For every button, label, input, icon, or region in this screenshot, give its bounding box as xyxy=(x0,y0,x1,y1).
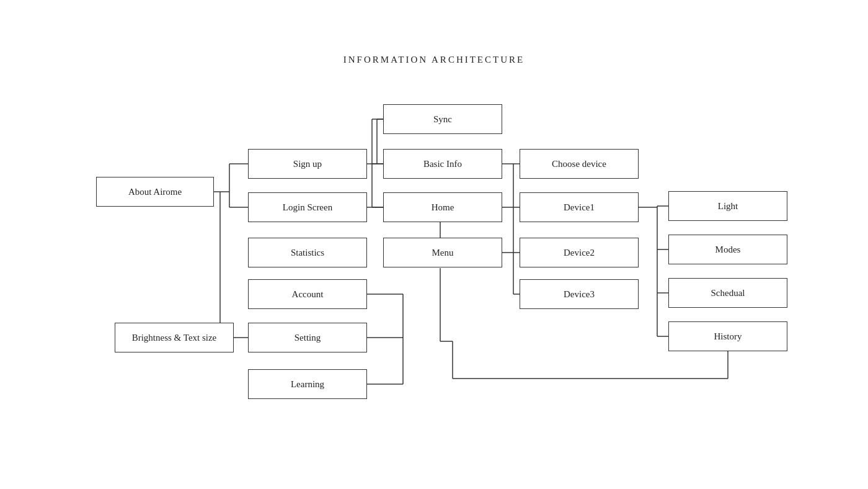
node-brightness: Brightness & Text size xyxy=(115,323,234,352)
node-setting: Setting xyxy=(248,323,367,352)
node-home: Home xyxy=(383,192,502,222)
node-menu: Menu xyxy=(383,238,502,267)
node-learning: Learning xyxy=(248,369,367,399)
node-statistics: Statistics xyxy=(248,238,367,267)
node-device3: Device3 xyxy=(520,279,639,309)
page-title: INFORMATION ARCHITECTURE xyxy=(0,55,868,65)
node-account: Account xyxy=(248,279,367,309)
node-sign-up: Sign up xyxy=(248,149,367,179)
node-history: History xyxy=(668,321,787,351)
node-schedual: Schedual xyxy=(668,278,787,308)
node-device1: Device1 xyxy=(520,192,639,222)
node-device2: Device2 xyxy=(520,238,639,267)
node-login-screen: Login Screen xyxy=(248,192,367,222)
node-about-airome: About Airome xyxy=(96,177,214,207)
node-modes: Modes xyxy=(668,235,787,264)
diagram-container: INFORMATION ARCHITECTURE xyxy=(0,0,868,489)
node-basic-info: Basic Info xyxy=(383,149,502,179)
node-sync: Sync xyxy=(383,104,502,134)
node-choose-device: Choose device xyxy=(520,149,639,179)
node-light: Light xyxy=(668,191,787,221)
